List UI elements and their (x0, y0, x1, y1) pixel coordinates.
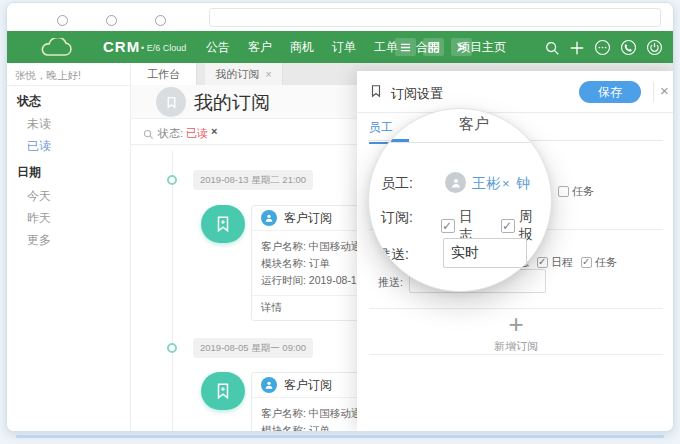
checkbox-icon[interactable] (558, 186, 569, 197)
timeline-date: 2019-08-13 星期二 21:00 (193, 170, 313, 190)
browser-window: CRM • E/6 Cloud 公告 客户 商机 订单 工单 合同 项目主页 (6, 2, 674, 432)
tabs-border-line (369, 142, 551, 143)
search-icon-small (143, 126, 154, 144)
sidebar-item-today[interactable]: 今天 (27, 188, 51, 205)
nav-tool-group (395, 38, 472, 56)
filter-label: 状态: (158, 126, 183, 141)
checkbox-icon[interactable] (501, 219, 515, 233)
push-mode-input-magnified[interactable] (443, 238, 527, 268)
field-label: 客户名称: (261, 240, 306, 252)
tab-workbench[interactable]: 工作台 (131, 63, 197, 85)
magnified-tab-customer[interactable]: 客户 (459, 115, 489, 134)
user-icon (261, 377, 277, 393)
checkbox-icon[interactable] (537, 257, 548, 268)
power-icon[interactable] (646, 39, 663, 56)
avatar (445, 172, 466, 193)
filter-bar[interactable]: 状态: 已读 × (131, 119, 357, 145)
tab-workbench-label: 工作台 (147, 68, 180, 80)
field-value: 中国移动通 (309, 407, 362, 419)
sidebar-item-yesterday[interactable]: 昨天 (27, 210, 51, 227)
field-value: 2019-08-1 (309, 274, 357, 286)
panel-header: 订阅设置 保存 × (357, 71, 674, 113)
field-label: 模块名称: (261, 257, 306, 269)
list-view-icon[interactable] (395, 38, 416, 56)
subscription-bookmark-icon (201, 205, 245, 243)
add-subscription-label[interactable]: 新增订阅 (357, 339, 674, 354)
field-label: 运行时间: (261, 274, 306, 286)
tab-close-icon[interactable]: × (265, 68, 271, 80)
filter-value: 已读 (186, 126, 208, 141)
greeting-text: 张悦，晚上好! (15, 69, 81, 83)
sidebar-divider (7, 85, 130, 86)
window-control-2[interactable] (106, 15, 117, 26)
panel-title: 订阅设置 (391, 85, 443, 103)
checkbox-task[interactable]: 任务 (581, 255, 617, 270)
cloud-logo-icon (39, 38, 73, 61)
sidebar-group-status: 状态 (17, 93, 41, 110)
window-control-1[interactable] (57, 15, 68, 26)
url-input[interactable] (209, 8, 661, 27)
checkbox-icon[interactable] (581, 257, 592, 268)
field-value: 订单 (309, 424, 330, 432)
checkbox-task[interactable]: 任务 (558, 184, 594, 199)
employee-name: 王彬 (472, 175, 500, 193)
sidebar-item-unread[interactable]: 未读 (27, 116, 51, 133)
employee-label: 员工: (381, 175, 413, 193)
browser-chrome (7, 3, 673, 31)
card-title: 客户订阅 (284, 377, 332, 394)
search-icon[interactable] (544, 40, 560, 56)
timeline-date: 2019-08-05 星期一 09:00 (193, 338, 313, 358)
tab-my-subscriptions[interactable]: 我的订阅× (205, 63, 283, 85)
sidebar: 张悦，晚上好! 状态 未读 已读 日期 今天 昨天 更多 (7, 63, 131, 431)
magnifier-overlay: 客户 员工: 王彬 × 钟 订阅: 日志 周报 推送: (368, 108, 552, 292)
field-value: 中国移动通 (309, 240, 362, 252)
field-value: 订单 (309, 257, 330, 269)
user-icon (261, 210, 277, 226)
field-label: 模块名称: (261, 424, 306, 432)
nav-item-orders[interactable]: 订单 (323, 31, 365, 63)
more-circle-icon[interactable] (594, 39, 611, 56)
filter-remove-icon[interactable]: × (211, 125, 217, 137)
bookmark-icon (369, 84, 383, 102)
subscription-badge-icon (156, 87, 186, 117)
timeline-dot (167, 175, 177, 185)
tab-my-subscriptions-label: 我的订阅 (215, 68, 259, 80)
option-label: 日程 (551, 255, 573, 270)
main-header: 我的订阅 (131, 85, 357, 119)
plus-icon[interactable] (569, 40, 585, 56)
push-label-2: 推送: (378, 275, 403, 290)
section-divider (369, 354, 663, 355)
header-divider (653, 82, 654, 102)
add-subscription-plus-icon[interactable]: + (357, 311, 674, 337)
employee-name: 钟 (516, 175, 530, 193)
nav-item-opportunities[interactable]: 商机 (281, 31, 323, 63)
phone-circle-icon[interactable] (620, 39, 637, 56)
close-icon[interactable]: × (660, 82, 669, 99)
nav-item-announcement[interactable]: 公告 (197, 31, 239, 63)
field-label: 客户名称: (261, 407, 306, 419)
save-button[interactable]: 保存 (579, 81, 641, 103)
sidebar-group-date: 日期 (17, 164, 41, 181)
timeline-line (172, 151, 173, 431)
send-icon[interactable] (451, 38, 472, 56)
subscription-bookmark-icon (201, 372, 245, 410)
subscribe-label: 订阅: (381, 209, 413, 227)
bottom-accent-line (16, 435, 664, 438)
card-title: 客户订阅 (284, 210, 332, 227)
page-title: 我的订阅 (194, 90, 270, 116)
option-label: 任务 (572, 184, 594, 199)
remove-employee-icon[interactable]: × (502, 176, 510, 191)
option-label: 任务 (595, 255, 617, 270)
timeline: 2019-08-13 星期二 21:00 客户订阅 客户名称: 中国移动通 模块… (131, 145, 367, 431)
checkbox-schedule[interactable]: 日程 (537, 255, 573, 270)
sidebar-item-read[interactable]: 已读 (27, 138, 51, 155)
nav-item-customers[interactable]: 客户 (239, 31, 281, 63)
app-navbar: CRM • E/6 Cloud 公告 客户 商机 订单 工单 合同 项目主页 (7, 31, 673, 63)
timeline-dot (167, 343, 177, 353)
grid-view-icon[interactable] (423, 38, 444, 56)
window-control-3[interactable] (155, 15, 166, 26)
sidebar-item-more[interactable]: 更多 (27, 232, 51, 249)
brand-name: CRM (103, 38, 140, 55)
nav-right-icons (544, 39, 663, 56)
checkbox-icon[interactable] (441, 219, 455, 233)
